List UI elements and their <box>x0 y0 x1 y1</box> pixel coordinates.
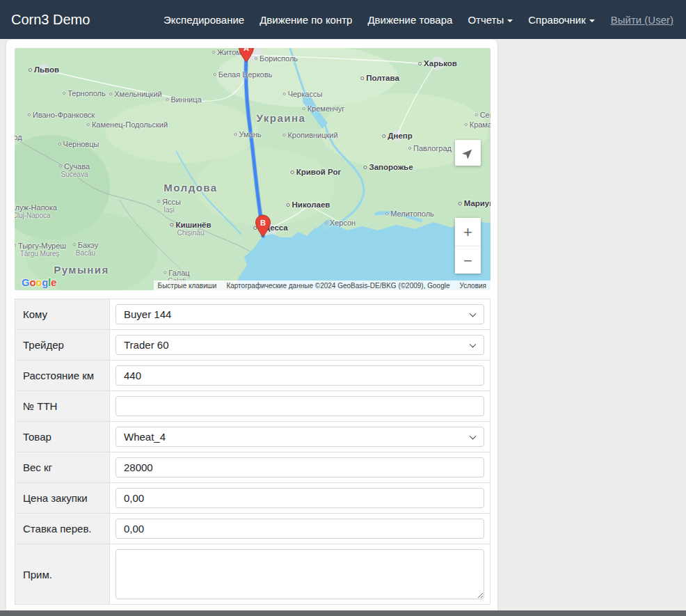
field-label-note: Прим. <box>15 544 110 605</box>
map-attribution: Быстрые клавиши Картографические данные … <box>154 281 490 290</box>
nav-item-reference[interactable]: Справочник <box>520 8 603 31</box>
form-table: КомуBuyer 144ТрейдерTrader 60Расстояние … <box>15 299 490 605</box>
field-label-weight: Вес кг <box>15 452 110 483</box>
terms-link[interactable]: Условия <box>459 282 486 290</box>
logout-link[interactable]: Выйти (User) <box>603 8 675 31</box>
svg-text:B: B <box>260 219 266 227</box>
form-row-ttn: № ТТН <box>15 391 490 422</box>
zoom-in-button[interactable]: + <box>455 218 481 246</box>
window-bottom-edge <box>0 610 686 616</box>
map-terrain <box>15 48 490 290</box>
form-row-purchase-price: Цена закупки <box>15 483 490 514</box>
form-row-weight: Вес кг <box>15 452 490 483</box>
google-logo[interactable]: Google <box>22 276 56 288</box>
trader-select[interactable]: Trader 60 <box>115 335 484 355</box>
map-canvas[interactable]: ЖитомирБориспольБелая ЦерковьХарьковПолт… <box>15 48 490 290</box>
nav-item-reports[interactable]: Отчеты <box>460 8 520 31</box>
form-row-product: ТоварWheat_4 <box>15 422 490 452</box>
form-row-freight-rate: Ставка перев. <box>15 514 490 544</box>
field-cell-note <box>110 544 490 605</box>
form-row-trader: ТрейдерTrader 60 <box>15 330 490 361</box>
field-label-freight-rate: Ставка перев. <box>15 514 110 544</box>
map-marker-b-icon[interactable]: B <box>255 214 271 237</box>
field-cell-ttn <box>110 391 490 422</box>
nav-item-contract-moves[interactable]: Движение по контр <box>252 8 360 31</box>
map-marker-a-icon[interactable]: A <box>238 48 255 63</box>
distance-input[interactable] <box>115 365 484 386</box>
zoom-out-button[interactable]: − <box>455 246 481 274</box>
field-label-ttn: № ТТН <box>15 391 110 422</box>
field-label-trader: Трейдер <box>15 330 110 361</box>
nav-item-expedition[interactable]: Экспедирование <box>156 8 252 31</box>
weight-input[interactable] <box>115 457 484 477</box>
form-row-note: Прим. <box>15 544 490 605</box>
field-label-product: Товар <box>15 422 110 452</box>
freight-rate-input[interactable] <box>115 519 484 539</box>
field-cell-trader: Trader 60 <box>110 330 490 361</box>
form-row-komu: КомуBuyer 144 <box>15 299 490 330</box>
field-cell-freight-rate <box>110 514 490 544</box>
field-cell-purchase-price <box>110 483 490 514</box>
main-card: ЖитомирБориспольБелая ЦерковьХарьковПолт… <box>6 39 498 616</box>
field-cell-weight <box>110 452 490 483</box>
zoom-control: + − <box>455 218 481 274</box>
purchase-price-input[interactable] <box>115 488 484 508</box>
chevron-down-icon <box>589 19 595 22</box>
product-select[interactable]: Wheat_4 <box>115 427 484 447</box>
field-label-komu: Кому <box>15 299 110 330</box>
nav-links: ЭкспедированиеДвижение по контрДвижение … <box>156 8 603 31</box>
keyboard-shortcuts-link[interactable]: Быстрые клавиши <box>158 282 217 290</box>
brand-link[interactable]: Corn3 Demo <box>11 12 90 28</box>
map-data-text: Картографические данные ©2024 GeoBasis-D… <box>226 282 449 290</box>
field-label-distance: Расстояние км <box>15 361 110 391</box>
navbar: Corn3 Demo ЭкспедированиеДвижение по кон… <box>0 0 686 39</box>
field-cell-distance <box>110 361 490 391</box>
chevron-down-icon <box>507 19 513 22</box>
field-label-purchase-price: Цена закупки <box>15 483 110 514</box>
form-row-distance: Расстояние км <box>15 361 490 391</box>
navigation-arrow-icon <box>462 147 474 159</box>
komu-select[interactable]: Buyer 144 <box>115 304 484 324</box>
my-location-button[interactable] <box>455 140 481 166</box>
ttn-input[interactable] <box>115 396 484 416</box>
field-cell-komu: Buyer 144 <box>110 299 490 330</box>
nav-item-goods-moves[interactable]: Движение товара <box>360 8 460 31</box>
note-textarea[interactable] <box>115 549 484 599</box>
field-cell-product: Wheat_4 <box>110 422 490 452</box>
svg-text:A: A <box>244 48 249 52</box>
